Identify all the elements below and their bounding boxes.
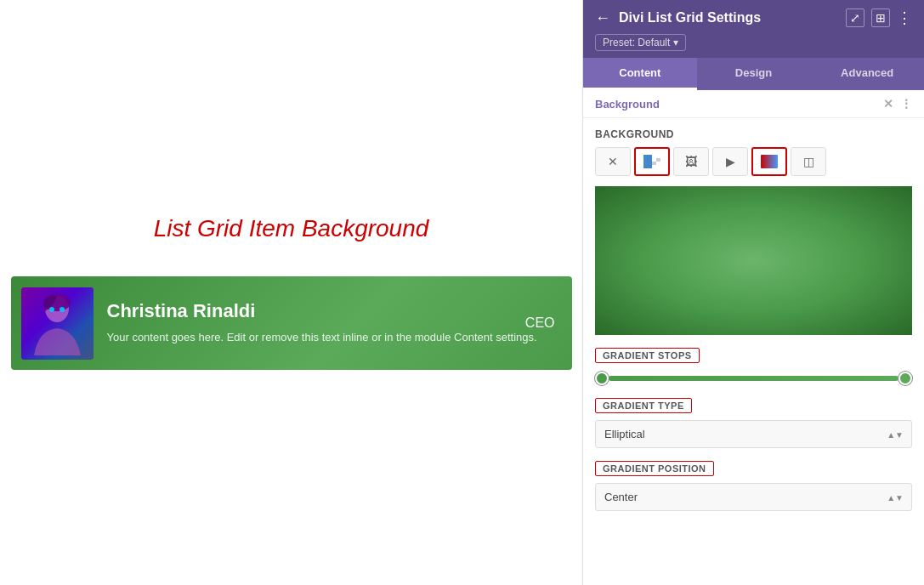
preset-label[interactable]: Preset: Default ▾ [595, 34, 686, 51]
svg-rect-8 [656, 158, 660, 162]
gradient-icon [761, 155, 778, 168]
card: Christina Rinaldi Your content goes here… [11, 276, 572, 370]
section-title: Background [595, 98, 660, 111]
bg-clear-btn[interactable]: ✕ [595, 147, 631, 176]
avatar [21, 287, 94, 360]
svg-point-4 [60, 307, 65, 312]
section-icons: ✕ ⋮ [883, 97, 912, 111]
settings-body: Background ✕ 🖼 ▶ [583, 118, 924, 585]
panel-title: Divi List Grid Settings [619, 10, 761, 26]
tab-content[interactable]: Content [583, 58, 697, 90]
tab-advanced[interactable]: Advanced [810, 58, 924, 90]
tab-design[interactable]: Design [697, 58, 811, 90]
preset-bar: Preset: Default ▾ [583, 34, 924, 58]
gradient-stops-row[interactable] [595, 372, 912, 385]
bg-image-btn[interactable]: 🖼 [673, 147, 709, 176]
gradient-type-select[interactable]: Elliptical Linear Circular Conic [595, 420, 912, 448]
resize-icon[interactable]: ⤢ [846, 9, 864, 27]
close-section-icon[interactable]: ✕ [883, 97, 893, 111]
gradient-preview-svg [595, 186, 912, 335]
panel-header-left: ← Divi List Grid Settings [595, 9, 761, 27]
gradient-position-label: Gradient Position [595, 461, 714, 476]
gradient-stop-left[interactable] [595, 372, 609, 385]
card-name: Christina Rinaldi [107, 300, 548, 322]
gradient-type-select-row: Elliptical Linear Circular Conic ▲▼ [595, 420, 912, 448]
panel-header-icons: ⤢ ⊞ ⋮ [846, 9, 912, 27]
gradient-preview [595, 186, 912, 335]
bg-video-btn[interactable]: ▶ [712, 147, 748, 176]
gradient-stops-label: Gradient Stops [595, 348, 700, 363]
columns-icon[interactable]: ⊞ [871, 9, 890, 27]
gradient-position-select[interactable]: Center Top Left Top Center Top Right Bot… [595, 483, 912, 511]
gradient-position-select-row: Center Top Left Top Center Top Right Bot… [595, 483, 912, 511]
svg-rect-5 [643, 155, 652, 168]
svg-point-3 [49, 307, 54, 312]
gradient-type-label: Gradient Type [595, 398, 692, 413]
card-role: CEO [525, 315, 555, 331]
section-header: Background ✕ ⋮ [583, 90, 924, 118]
background-label: Background [595, 128, 912, 140]
svg-rect-7 [652, 162, 656, 165]
color-swatch-icon [643, 155, 660, 168]
bg-gradient-btn[interactable] [751, 147, 787, 176]
bg-color-btn[interactable] [634, 147, 670, 176]
svg-rect-9 [761, 155, 778, 168]
card-content: Christina Rinaldi Your content goes here… [94, 300, 562, 346]
card-description: Your content goes here. Edit or remove t… [107, 329, 548, 346]
preset-text: Preset: Default [603, 37, 670, 48]
back-icon[interactable]: ← [595, 9, 610, 27]
left-panel: List Grid Item Background [0, 0, 582, 585]
gradient-stop-track[interactable] [609, 376, 898, 381]
panel-header: ← Divi List Grid Settings ⤢ ⊞ ⋮ [583, 0, 924, 34]
avatar-image [21, 287, 94, 360]
right-panel: ← Divi List Grid Settings ⤢ ⊞ ⋮ Preset: … [582, 0, 924, 585]
menu-section-icon[interactable]: ⋮ [900, 97, 912, 111]
bg-type-row: ✕ 🖼 ▶ [595, 147, 912, 176]
bg-pattern-btn[interactable]: ◫ [791, 147, 826, 176]
tabs: Content Design Advanced [583, 58, 924, 90]
list-grid-title: List Grid Item Background [154, 215, 429, 242]
more-icon[interactable]: ⋮ [897, 9, 912, 27]
gradient-stop-right[interactable] [898, 372, 912, 385]
svg-rect-10 [595, 186, 912, 335]
preset-chevron: ▾ [673, 37, 678, 48]
